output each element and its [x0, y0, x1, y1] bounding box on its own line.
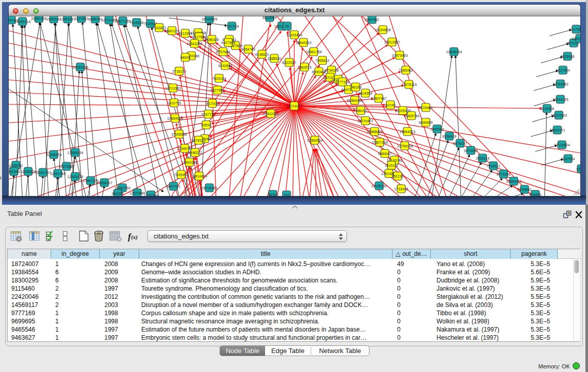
svg-text:10756928: 10756928 [397, 144, 412, 148]
svg-text:7625402: 7625402 [174, 173, 188, 177]
svg-text:8322037: 8322037 [282, 61, 296, 64]
svg-text:9657791: 9657791 [166, 185, 180, 188]
svg-text:9684067: 9684067 [378, 152, 391, 156]
svg-text:11451945: 11451945 [50, 172, 66, 176]
svg-text:252214: 252214 [391, 174, 403, 178]
svg-text:15136141: 15136141 [371, 184, 387, 188]
svg-text:8757685: 8757685 [216, 50, 230, 54]
svg-text:8186328: 8186328 [205, 38, 219, 41]
svg-text:10975867: 10975867 [58, 165, 74, 168]
svg-text:10648784: 10648784 [446, 50, 462, 54]
svg-text:1117534: 1117534 [570, 28, 580, 31]
svg-text:8938918: 8938918 [442, 135, 456, 138]
svg-text:7357224: 7357224 [225, 25, 238, 28]
svg-text:15716485: 15716485 [201, 186, 217, 190]
svg-text:9242848: 9242848 [218, 64, 232, 68]
svg-text:20691406: 20691406 [31, 17, 47, 20]
svg-text:9529966: 9529966 [560, 55, 574, 58]
svg-text:6379197: 6379197 [453, 142, 467, 145]
svg-text:12444195: 12444195 [552, 98, 568, 101]
svg-text:18640910: 18640910 [295, 41, 311, 45]
svg-text:11325419: 11325419 [287, 33, 302, 37]
svg-text:8210: 8210 [269, 193, 277, 196]
svg-text:9777169: 9777169 [335, 80, 349, 84]
svg-text:7485063: 7485063 [399, 69, 412, 72]
svg-text:746266: 746266 [350, 85, 361, 89]
svg-text:16210643: 16210643 [551, 114, 567, 117]
svg-text:16671355: 16671355 [115, 19, 130, 23]
svg-text:98903: 98903 [180, 56, 190, 59]
svg-text:21364436: 21364436 [346, 99, 362, 102]
svg-text:13495784: 13495784 [403, 114, 419, 118]
svg-text:19654985: 19654985 [167, 117, 183, 120]
svg-text:12093882: 12093882 [552, 82, 568, 86]
svg-text:5878332: 5878332 [191, 139, 205, 142]
svg-text:1733416: 1733416 [394, 187, 408, 191]
svg-text:964206: 964206 [112, 192, 123, 195]
svg-text:1640954: 1640954 [430, 127, 444, 131]
svg-text:417006: 417006 [206, 102, 218, 105]
svg-text:3624554: 3624554 [358, 92, 372, 95]
svg-text:9146821: 9146821 [255, 53, 269, 56]
svg-text:12213967: 12213967 [384, 40, 400, 44]
svg-text:8427552: 8427552 [210, 89, 224, 92]
svg-text:15409348: 15409348 [181, 161, 197, 164]
svg-text:6899695: 6899695 [419, 121, 432, 124]
svg-text:9327508: 9327508 [221, 41, 235, 45]
svg-text:10688609: 10688609 [366, 130, 382, 134]
svg-text:5498222: 5498222 [188, 151, 202, 155]
svg-text:16154808: 16154808 [375, 28, 390, 32]
svg-text:3267130: 3267130 [201, 113, 215, 116]
svg-text:8660123: 8660123 [165, 29, 179, 33]
svg-text:8813054: 8813054 [263, 16, 276, 19]
svg-text:10958107: 10958107 [96, 181, 112, 185]
svg-text:7603144: 7603144 [212, 77, 226, 80]
svg-text:1362615: 1362615 [297, 65, 311, 69]
svg-text:17016504: 17016504 [554, 143, 570, 147]
svg-text:25302023: 25302023 [263, 112, 278, 116]
svg-text:19166852: 19166852 [171, 133, 187, 136]
svg-text:2087682: 2087682 [365, 18, 379, 21]
svg-text:16961758: 16961758 [306, 50, 321, 54]
svg-text:8471636: 8471636 [496, 172, 510, 176]
svg-text:1615112: 1615112 [385, 164, 399, 167]
svg-text:14055714: 14055714 [14, 20, 30, 24]
svg-text:53594: 53594 [201, 123, 211, 127]
svg-text:13325419: 13325419 [572, 37, 580, 40]
svg-text:19654923: 19654923 [399, 130, 415, 134]
svg-text:17046786: 17046786 [177, 147, 192, 150]
svg-text:1527602: 1527602 [74, 17, 88, 20]
svg-text:924565: 924565 [529, 193, 541, 196]
svg-text:12505135: 12505135 [67, 175, 83, 179]
svg-text:20053346: 20053346 [72, 65, 88, 69]
svg-text:06: 06 [285, 25, 289, 28]
svg-text:1588520: 1588520 [267, 57, 281, 60]
svg-text:1310052: 1310052 [9, 166, 11, 169]
svg-text:10654112: 10654112 [506, 180, 522, 183]
svg-text:2069140: 2069140 [47, 17, 60, 21]
svg-text:1610755: 1610755 [167, 101, 181, 105]
svg-text:6990448: 6990448 [312, 70, 325, 74]
svg-text:10653287: 10653287 [59, 17, 75, 21]
svg-text:15807299: 15807299 [372, 141, 387, 144]
svg-text:19384554: 19384554 [307, 139, 322, 142]
svg-text:7163822: 7163822 [152, 26, 166, 30]
svg-text:6734028: 6734028 [324, 69, 338, 72]
svg-text:1292344: 1292344 [144, 193, 158, 196]
svg-text:12213383: 12213383 [165, 86, 181, 90]
svg-text:391549: 391549 [9, 170, 20, 173]
svg-text:6466160: 6466160 [88, 17, 102, 21]
svg-text:12942757: 12942757 [35, 171, 51, 174]
svg-text:15720407: 15720407 [357, 119, 373, 123]
svg-text:17359934: 17359934 [67, 151, 83, 155]
svg-text:12923446: 12923446 [129, 191, 145, 195]
svg-text:7955812: 7955812 [315, 59, 329, 62]
svg-text:10973493: 10973493 [391, 54, 407, 57]
svg-text:14914479: 14914479 [191, 174, 207, 178]
svg-text:2935114: 2935114 [476, 157, 490, 160]
svg-text:10807487: 10807487 [371, 97, 386, 100]
svg-text:9327503: 9327503 [192, 35, 206, 39]
svg-text:3215958: 3215958 [540, 107, 554, 111]
svg-text:7932621: 7932621 [486, 164, 500, 168]
svg-text:15692971: 15692971 [549, 128, 565, 132]
